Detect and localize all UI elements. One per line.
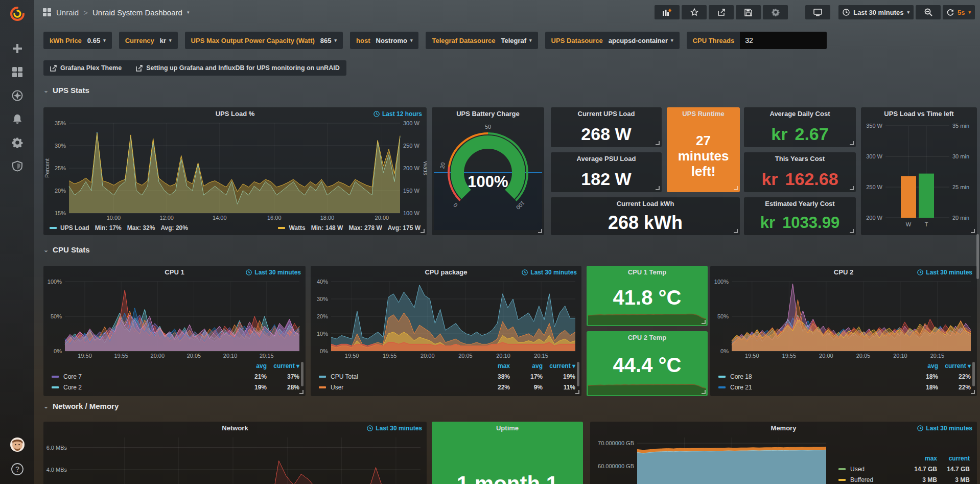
user-avatar[interactable] — [10, 437, 25, 452]
panel-title[interactable]: Average Daily Cost — [744, 107, 856, 121]
variable-ups-max-power[interactable]: UPS Max Output Power Capacity (Watt)865▾ — [185, 32, 343, 49]
legend-col-max[interactable]: max — [477, 362, 510, 370]
panel-title[interactable]: UPS Runtime — [667, 107, 740, 121]
legend-col-avg[interactable]: avg — [905, 362, 938, 370]
legend-item-ups-load[interactable]: UPS LoadMin: 17%Max: 32%Avg: 20% — [50, 224, 188, 232]
grafana-logo-icon[interactable] — [10, 6, 25, 21]
panel-title[interactable]: CPU 2 Temp — [587, 331, 708, 344]
row-header-network-memory[interactable]: ⌄Network / Memory — [43, 402, 119, 410]
share-dashboard-button[interactable] — [709, 5, 734, 19]
network-chart[interactable]: 2.0 MBs4.0 MBs6.0 MBs — [43, 435, 427, 484]
panel-time-override[interactable]: Last 30 minutes — [522, 269, 577, 276]
panel-time-override[interactable]: Last 30 minutes — [917, 425, 972, 432]
panel-title[interactable]: Estimated Yearly Cost — [744, 197, 856, 211]
link-ups-monitoring-guide[interactable]: Setting up Grafana and InfluxDB for UPS … — [136, 64, 339, 72]
legend-color-chip — [52, 376, 59, 378]
panel-title[interactable]: Average PSU Load — [551, 152, 662, 166]
legend-item-watts[interactable]: WattsMin: 148 WMax: 278 WAvg: 175 W — [278, 224, 421, 232]
legend-scrollbar-thumb[interactable] — [972, 362, 975, 386]
legend-scrollbar-thumb[interactable] — [577, 362, 579, 386]
battery-gauge[interactable]: 02050100100% — [432, 121, 544, 233]
legend-col-max[interactable]: max — [904, 455, 937, 462]
help-icon[interactable]: ? — [11, 463, 24, 476]
legend-item-used[interactable]: Used14.7 GB14.7 GB — [838, 464, 970, 474]
refresh-picker[interactable]: 5s ▾ — [943, 5, 975, 19]
add-panel-button[interactable] — [655, 5, 680, 19]
breadcrumb-app[interactable]: Unraid — [56, 8, 79, 17]
panel-time-override[interactable]: Last 30 minutes — [367, 425, 422, 432]
legend-col-avg[interactable]: avg — [234, 362, 267, 370]
panel-uptime: Uptime 1 month 1 — [432, 422, 583, 484]
legend-color-chip — [278, 227, 285, 229]
cpu-threads-input[interactable] — [740, 32, 827, 49]
memory-chart[interactable]: 50.000000 GB60.000000 GB70.000000 GB — [590, 435, 830, 484]
time-range-label: Last 30 minutes — [853, 9, 903, 16]
save-dashboard-button[interactable] — [736, 5, 761, 19]
cycle-view-tv-button[interactable] — [805, 5, 830, 19]
panel-title[interactable]: Current UPS Load — [551, 107, 662, 121]
legend-col-avg[interactable]: avg — [510, 362, 543, 370]
panel-ups-battery-charge: UPS Battery Charge 02050100100% — [432, 107, 544, 235]
link-grafana-plex-theme[interactable]: Grafana Plex Theme — [50, 64, 122, 72]
svg-text:0%: 0% — [320, 348, 328, 354]
page-scrollbar-thumb[interactable] — [976, 234, 979, 279]
panel-title[interactable]: Current Load kWh — [551, 197, 740, 211]
svg-text:10:00: 10:00 — [107, 215, 121, 221]
legend-col-current[interactable]: current ▾ — [267, 362, 299, 370]
variable-kwh-price[interactable]: kWh Price0.65▾ — [43, 32, 112, 49]
panel-title[interactable]: UPS Battery Charge — [432, 107, 544, 121]
legend-col-current[interactable]: current ▾ — [938, 362, 971, 370]
panel-cpu1: CPU 1 Last 30 minutes 0%50%100%19:5019:5… — [43, 266, 306, 396]
dashboard-title[interactable]: Unraid System Dashboard — [92, 8, 182, 17]
panel-title[interactable]: CPU 1 Temp — [587, 266, 708, 279]
panel-time-override[interactable]: Last 30 minutes — [917, 269, 972, 276]
apps-grid-icon[interactable] — [42, 8, 52, 17]
legend-col-current[interactable]: current ▾ — [543, 362, 575, 370]
variable-cpu-threads[interactable]: CPU Threads — [687, 32, 827, 49]
panel-time-override[interactable]: Last 12 hours — [374, 110, 422, 118]
legend-color-chip — [319, 386, 326, 388]
cpu-package-chart[interactable]: 0%10%20%30%40%19:5019:5520:0020:0520:102… — [311, 279, 581, 360]
variable-telegraf-datasource[interactable]: Telegraf DatasourceTelegraf▾ — [426, 32, 538, 49]
legend-item-cpu-total[interactable]: CPU Total38%17%19% — [319, 371, 575, 382]
row-header-ups-stats[interactable]: ⌄UPS Stats — [43, 86, 89, 95]
variable-ups-datasource[interactable]: UPS Datasourceapcupsd-container▾ — [545, 32, 680, 49]
row-header-cpu-stats[interactable]: ⌄CPU Stats — [43, 245, 90, 254]
ups-load-chart[interactable]: 15%20%25%30%35%100 W150 W200 W250 W300 W… — [43, 121, 427, 222]
panel-title[interactable]: UPS Load % — [43, 107, 427, 121]
legend-item-core-21[interactable]: Core 2118%22% — [718, 382, 971, 393]
svg-text:20:05: 20:05 — [187, 353, 201, 359]
ups-bars-chart[interactable]: 200 W250 W300 W350 W20 min25 min30 min35… — [861, 121, 977, 233]
memory-svg: 50.000000 GB60.000000 GB70.000000 GB — [590, 435, 830, 484]
legend-color-chip — [838, 479, 846, 481]
legend-item-user[interactable]: User22%9%11% — [319, 382, 575, 393]
legend-scrollbar-thumb[interactable] — [301, 362, 304, 386]
server-admin-shield-icon[interactable] — [12, 160, 23, 172]
panel-time-override[interactable]: Last 30 minutes — [246, 269, 301, 276]
dashboard-settings-button[interactable] — [763, 5, 788, 19]
dashboards-icon[interactable] — [12, 66, 23, 78]
panel-title[interactable]: This Years Cost — [744, 152, 856, 166]
svg-text:20%: 20% — [55, 188, 66, 194]
legend-col-current[interactable]: current — [937, 455, 970, 462]
cpu2-chart[interactable]: 0%50%100%19:5019:5520:0020:0520:1020:15 — [710, 279, 977, 360]
legend-item-core-18[interactable]: Core 1818%22% — [718, 371, 971, 382]
time-range-picker[interactable]: Last 30 minutes ▾ — [838, 5, 914, 19]
legend-item-core-7[interactable]: Core 721%37% — [52, 371, 299, 382]
legend-item-core-2[interactable]: Core 219%28% — [52, 382, 299, 393]
panel-current-load-kwh: Current Load kWh 268 kWh — [551, 197, 740, 235]
variable-host[interactable]: hostNostromo▾ — [350, 32, 418, 49]
variable-currency[interactable]: Currencykr▾ — [119, 32, 178, 49]
panel-network: Network Last 30 minutes 2.0 MBs4.0 MBs6.… — [43, 422, 427, 484]
panel-title[interactable]: UPS Load vs Time left — [861, 107, 977, 121]
configuration-gear-icon[interactable] — [12, 137, 23, 148]
cpu1-chart[interactable]: 0%50%100%19:5019:5520:0020:0520:1020:15 — [43, 279, 306, 360]
explore-compass-icon[interactable] — [12, 90, 23, 101]
panel-title[interactable]: Uptime — [432, 422, 583, 435]
star-dashboard-button[interactable] — [682, 5, 707, 19]
alerting-bell-icon[interactable] — [12, 113, 23, 125]
zoom-out-time-button[interactable] — [916, 5, 941, 19]
create-plus-icon[interactable] — [12, 43, 23, 54]
dashboard-title-caret-icon[interactable]: ▾ — [187, 10, 190, 15]
legend-item-buffered[interactable]: Buffered3 MB3 MB — [838, 474, 970, 484]
